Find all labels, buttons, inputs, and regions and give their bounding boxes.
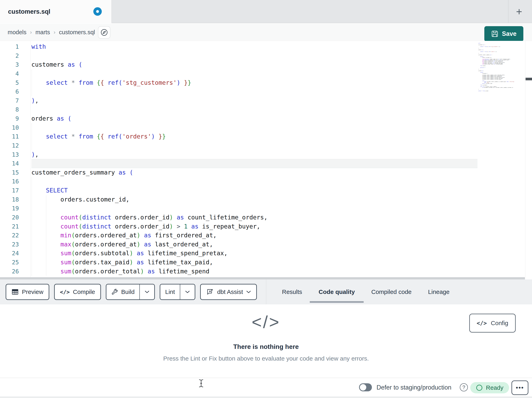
chevron-down-icon <box>246 291 251 293</box>
lint-dropdown-button[interactable] <box>180 284 195 299</box>
breadcrumb-marts[interactable]: marts <box>35 29 50 36</box>
line-number-gutter: 1234567891011121314151617181920212223242… <box>0 42 19 276</box>
code-line-1: with <box>31 42 477 51</box>
dbt-ide-window: customers.sql + models › marts › custome… <box>0 0 532 398</box>
ready-label: Ready <box>486 384 503 391</box>
assist-sparkle-chat-icon <box>206 288 214 296</box>
tab-code-quality[interactable]: Code quality <box>319 280 355 304</box>
help-icon[interactable]: ? <box>460 383 468 391</box>
table-icon <box>12 288 19 295</box>
code-line-24: sum(orders.subtotal) as lifetime_spend_p… <box>31 249 477 258</box>
code-quality-panel: </> There is nothing here Press the Lint… <box>0 304 532 378</box>
new-tab-button[interactable]: + <box>512 4 526 19</box>
status-bar: Defer to staging/production ? Ready ••• <box>0 378 532 397</box>
code-icon: </> <box>60 289 70 295</box>
code-line-13: ), <box>31 150 477 159</box>
code-editor[interactable]: 1234567891011121314151617181920212223242… <box>0 41 532 277</box>
code-line-15: customer_orders_summary as ( <box>31 168 477 177</box>
build-button[interactable]: Build <box>106 284 139 299</box>
tab-bar: customers.sql + <box>0 0 532 23</box>
window-bottom-edge <box>0 397 532 398</box>
breadcrumb-separator: › <box>54 29 56 35</box>
compass-icon <box>100 28 108 36</box>
code-line-4 <box>31 69 477 78</box>
compile-button[interactable]: </> Compile <box>54 284 101 300</box>
gutter-border <box>30 41 31 277</box>
code-line-14 <box>31 159 477 168</box>
compile-label: Compile <box>73 288 95 295</box>
defer-toggle[interactable] <box>359 383 372 391</box>
panel-tab-bar: Results Code quality Compiled code Linea… <box>282 280 450 304</box>
action-toolbar: Preview </> Compile Build <box>0 280 532 304</box>
scrollbar-thumb[interactable] <box>526 78 532 80</box>
build-label: Build <box>121 288 135 295</box>
dbt-assist-label: dbt Assist <box>217 288 243 295</box>
unsaved-indicator-dot <box>93 7 102 16</box>
code-line-18: orders.customer_id, <box>31 195 477 204</box>
preview-button[interactable]: Preview <box>6 284 49 300</box>
code-line-21: count(distinct orders.order_id) > 1 as i… <box>31 222 477 231</box>
code-line-9: orders as ( <box>31 114 477 123</box>
save-floppy-icon <box>491 30 498 38</box>
tab-title: customers.sql <box>8 8 50 15</box>
code-line-2 <box>31 51 477 60</box>
tabbar-separator <box>508 0 508 23</box>
status-circle-icon <box>476 384 483 391</box>
code-line-22: min(orders.ordered_at) as first_ordered_… <box>31 231 477 240</box>
docs-compass-button[interactable] <box>98 26 110 39</box>
defer-label: Defer to staging/production <box>377 378 451 397</box>
toolbar-divider <box>266 280 266 304</box>
tab-lineage[interactable]: Lineage <box>428 280 450 304</box>
save-button[interactable]: Save <box>484 26 523 41</box>
code-line-17: SELECT <box>31 186 477 195</box>
file-path-bar: models › marts › customers.sql <box>0 24 532 41</box>
save-label: Save <box>502 30 517 38</box>
build-split-button: Build <box>106 284 155 300</box>
config-button[interactable]: </> Config <box>469 314 516 333</box>
preview-label: Preview <box>22 288 44 295</box>
breadcrumb-file[interactable]: customers.sql <box>59 29 95 36</box>
minimap[interactable]: with customers as ( select * from {{ ref… <box>478 43 525 92</box>
code-line-25: sum(orders.tax_paid) as lifetime_tax_pai… <box>31 258 477 267</box>
code-line-7: ), <box>31 96 477 105</box>
lint-label: Lint <box>165 288 175 295</box>
code-line-20: count(distinct orders.order_id) as count… <box>31 213 477 222</box>
breadcrumb-separator: › <box>30 29 32 35</box>
tab-customers-sql[interactable]: customers.sql <box>0 0 112 23</box>
code-line-10 <box>31 123 477 132</box>
code-line-11: select * from {{ ref('orders') }} <box>31 132 477 141</box>
empty-state-code-icon: </> <box>0 312 532 332</box>
text-cursor-pointer <box>198 379 204 388</box>
code-line-12 <box>31 141 477 150</box>
lint-split-button: Lint <box>160 284 195 300</box>
empty-state-title: There is nothing here <box>0 343 532 351</box>
code-line-5: select * from {{ ref('stg_customers') }} <box>31 78 477 87</box>
code-line-8 <box>31 105 477 114</box>
chevron-down-icon <box>185 291 190 293</box>
dbt-assist-button[interactable]: dbt Assist <box>200 284 257 300</box>
wrench-icon <box>111 288 118 295</box>
editor-panel-divider <box>0 277 525 280</box>
code-lines[interactable]: withcustomers as ( select * from {{ ref(… <box>31 42 477 276</box>
code-line-19 <box>31 204 477 213</box>
tab-compiled-code[interactable]: Compiled code <box>371 280 412 304</box>
more-options-button[interactable]: ••• <box>512 380 528 395</box>
breadcrumb-models[interactable]: models <box>8 29 26 36</box>
lint-button[interactable]: Lint <box>160 284 180 299</box>
empty-state-subtext: Press the Lint or Fix button above to ev… <box>0 355 532 362</box>
breadcrumb: models › marts › customers.sql <box>8 24 95 41</box>
tab-results[interactable]: Results <box>282 280 302 304</box>
code-line-6 <box>31 87 477 96</box>
code-line-16 <box>31 177 477 186</box>
build-dropdown-button[interactable] <box>139 284 154 299</box>
code-icon: </> <box>477 320 487 326</box>
code-line-3: customers as ( <box>31 60 477 69</box>
ready-status-badge: Ready <box>470 382 509 393</box>
chevron-down-icon <box>145 291 149 293</box>
code-line-23: max(orders.ordered_at) as last_ordered_a… <box>31 240 477 249</box>
config-label: Config <box>491 320 508 326</box>
code-line-26: sum(orders.order_total) as lifetime_spen… <box>31 267 477 276</box>
